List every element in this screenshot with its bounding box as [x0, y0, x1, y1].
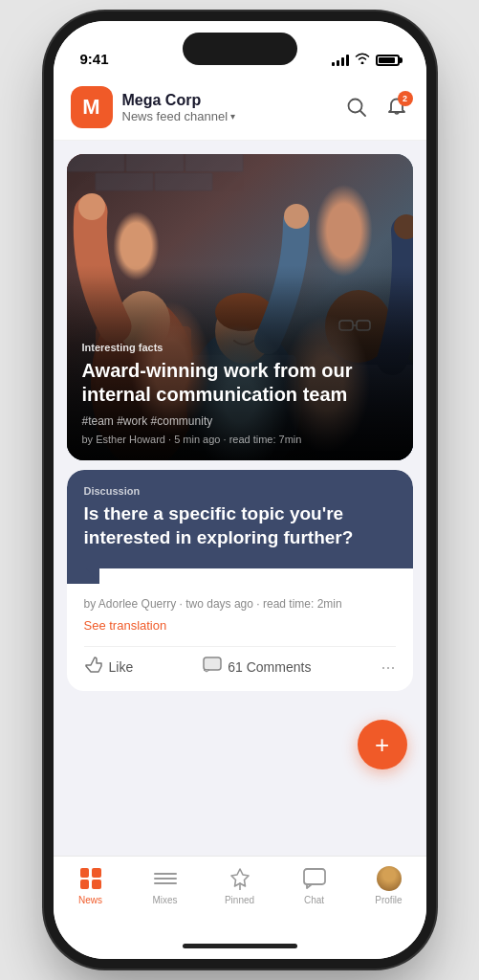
battery-icon: [376, 55, 400, 66]
nav-item-news[interactable]: News: [54, 866, 128, 905]
mixes-icon: [153, 866, 178, 891]
nav-label-chat: Chat: [304, 895, 324, 905]
channel-name-text: News feed channel: [122, 109, 229, 123]
app-header: M Mega Corp News feed channel ▾ 2: [54, 77, 426, 141]
featured-hashtags: #team #work #community: [82, 414, 398, 428]
svg-point-10: [78, 193, 105, 220]
featured-title: Award-winning work from our internal com…: [82, 359, 398, 407]
featured-meta: by Esther Howard · 5 min ago · read time…: [82, 434, 398, 445]
see-translation-button[interactable]: See translation: [84, 618, 396, 633]
featured-readtime: read time: 7min: [229, 434, 302, 445]
discussion-author: by Adorlee Querry: [84, 597, 177, 611]
featured-overlay: Interesting facts Award-winning work fro…: [67, 265, 413, 460]
nav-label-pinned: Pinned: [225, 895, 254, 905]
featured-tag: Interesting facts: [82, 342, 398, 353]
like-button[interactable]: Like: [84, 657, 134, 678]
status-time: 9:41: [80, 51, 109, 69]
feed-content[interactable]: Interesting facts Award-winning work fro…: [54, 141, 426, 856]
discussion-type-label: Discussion: [84, 485, 396, 497]
phone-shell: 9:41 M Mega Corp: [54, 21, 426, 959]
dynamic-island: [183, 33, 297, 65]
discussion-time: two days ago: [185, 597, 253, 611]
notifications-button[interactable]: 2: [384, 95, 409, 120]
channel-selector[interactable]: News feed channel ▾: [122, 109, 344, 123]
nav-label-profile: Profile: [375, 895, 402, 905]
svg-rect-29: [304, 869, 325, 884]
svg-rect-4: [185, 154, 243, 171]
comments-button[interactable]: 61 Comments: [203, 657, 311, 678]
featured-time: 5 min ago: [174, 434, 220, 445]
fab-icon: +: [375, 730, 389, 760]
svg-rect-24: [204, 657, 221, 670]
discussion-meta: by Adorlee Querry · two days ago · read …: [84, 597, 396, 611]
channel-chevron-icon: ▾: [230, 111, 235, 122]
create-post-fab[interactable]: +: [358, 720, 407, 769]
search-button[interactable]: [344, 95, 369, 120]
discussion-footer: by Adorlee Querry · two days ago · read …: [67, 597, 413, 691]
nav-item-pinned[interactable]: Pinned: [203, 866, 277, 905]
discussion-actions: Like 61 Comments ···: [84, 646, 396, 678]
notification-count: 2: [398, 91, 413, 106]
discussion-title: Is there a specific topic you're interes…: [84, 502, 396, 549]
home-indicator: [54, 932, 426, 959]
nav-item-chat[interactable]: Chat: [277, 866, 352, 905]
comment-icon: [203, 657, 222, 678]
news-icon: [78, 866, 103, 891]
discussion-post-card[interactable]: Discussion Is there a specific topic you…: [67, 470, 413, 691]
discussion-bubble: Discussion Is there a specific topic you…: [67, 470, 413, 568]
like-label: Like: [109, 659, 134, 675]
profile-icon: [377, 866, 402, 891]
nav-label-mixes: Mixes: [152, 895, 177, 905]
more-options-button[interactable]: ···: [381, 657, 395, 678]
pinned-icon: [228, 866, 252, 891]
svg-rect-6: [155, 173, 212, 190]
bubble-tail: [67, 568, 413, 584]
status-icons: [332, 53, 400, 69]
comments-label: 61 Comments: [228, 659, 311, 675]
svg-point-22: [394, 214, 413, 239]
search-icon: [346, 97, 367, 118]
nav-item-profile[interactable]: Profile: [352, 866, 426, 905]
svg-rect-2: [67, 154, 124, 171]
bottom-navigation: News Mixes Pinned: [54, 856, 426, 932]
chat-icon: [302, 866, 327, 891]
signal-icon: [332, 55, 349, 66]
svg-rect-5: [96, 173, 153, 190]
wifi-icon: [355, 53, 370, 67]
nav-item-mixes[interactable]: Mixes: [128, 866, 203, 905]
svg-point-15: [284, 204, 309, 229]
like-icon: [84, 657, 103, 678]
svg-rect-3: [126, 154, 184, 171]
featured-author: by Esther Howard: [82, 434, 165, 445]
discussion-readtime: read time: 2min: [263, 597, 342, 611]
company-logo[interactable]: M: [71, 86, 113, 128]
header-actions: 2: [344, 95, 409, 120]
header-text: Mega Corp News feed channel ▾: [122, 92, 344, 123]
company-name: Mega Corp: [122, 92, 344, 109]
featured-post-card[interactable]: Interesting facts Award-winning work fro…: [67, 154, 413, 460]
nav-label-news: News: [78, 895, 102, 905]
